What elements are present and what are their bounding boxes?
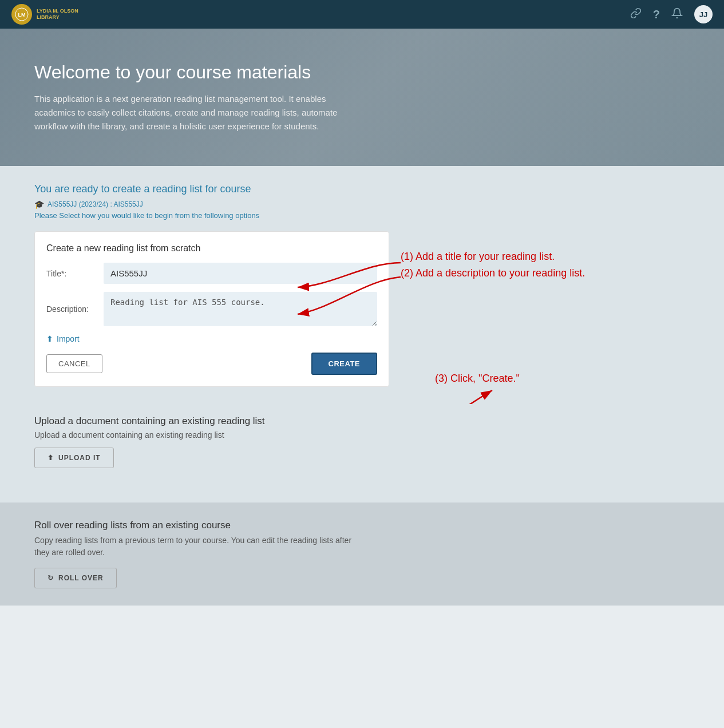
please-select-text: Please Select how you would like to begi… xyxy=(34,211,690,220)
navbar-icons: ? JJ xyxy=(630,5,713,23)
scratch-section: Create a new reading list from scratch T… xyxy=(34,231,389,387)
description-label: Description: xyxy=(46,304,104,314)
user-avatar[interactable]: JJ xyxy=(694,5,713,23)
help-icon[interactable]: ? xyxy=(653,8,660,21)
link-icon[interactable] xyxy=(630,7,642,22)
annotation-line2: (2) Add a description to your reading li… xyxy=(401,265,585,282)
course-info: 🎓 AIS555JJ (2023/24) : AIS555JJ xyxy=(34,200,690,209)
hero-description: This application is a next generation re… xyxy=(34,92,366,133)
scratch-heading: Create a new reading list from scratch xyxy=(46,243,377,254)
rollover-heading: Roll over reading lists from an existing… xyxy=(34,520,690,531)
main-content: You are ready to create a reading list f… xyxy=(0,166,724,503)
course-code: AIS555JJ (2023/24) : AIS555JJ xyxy=(48,200,143,208)
button-row: CANCEL CREATE xyxy=(46,353,377,375)
upload-button[interactable]: ⬆ UPLOAD IT xyxy=(34,448,114,468)
svg-text:LM: LM xyxy=(18,12,26,18)
logo: LM LYDIA M. OLSON LIBRARY xyxy=(11,4,78,25)
rollover-icon: ↻ xyxy=(48,574,54,582)
rollover-button[interactable]: ↻ ROLL OVER xyxy=(34,568,117,588)
upload-icon: ⬆ xyxy=(48,454,54,462)
description-input[interactable]: Reading list for AIS 555 course. xyxy=(104,292,377,326)
rollover-description: Copy reading lists from a previous term … xyxy=(34,535,366,559)
graduation-icon: 🎓 xyxy=(34,200,44,209)
import-icon: ⬆ xyxy=(46,334,53,343)
cancel-button[interactable]: CANCEL xyxy=(46,354,102,373)
logo-text: LYDIA M. OLSON LIBRARY xyxy=(37,8,78,21)
hero-title: Welcome to your course materials xyxy=(34,62,690,83)
logo-icon: LM xyxy=(11,4,32,25)
bell-icon[interactable] xyxy=(671,7,683,22)
ready-heading: You are ready to create a reading list f… xyxy=(34,183,690,195)
create-button[interactable]: CREATE xyxy=(311,353,377,375)
annotation-line1: (1) Add a title for your reading list. xyxy=(401,248,585,265)
upload-description: Upload a document containing an existing… xyxy=(34,430,389,440)
annotation-line3: (3) Click, "Create." xyxy=(435,370,520,387)
rollover-button-label: ROLL OVER xyxy=(58,574,104,582)
navbar: LM LYDIA M. OLSON LIBRARY ? JJ xyxy=(0,0,724,29)
title-label: Title*: xyxy=(46,269,104,278)
import-row[interactable]: ⬆ Import xyxy=(46,334,377,343)
import-label: Import xyxy=(57,334,80,343)
upload-heading: Upload a document containing an existing… xyxy=(34,416,389,427)
annotation-overlay: (1) Add a title for your reading list. (… xyxy=(401,248,585,282)
title-row: Title*: xyxy=(46,263,377,284)
hero-section: Welcome to your course materials This ap… xyxy=(0,29,724,166)
upload-section: Upload a document containing an existing… xyxy=(34,404,389,485)
title-input[interactable] xyxy=(104,263,377,284)
rollover-section: Roll over reading lists from an existing… xyxy=(0,503,724,606)
annotation-overlay-2: (3) Click, "Create." xyxy=(435,370,520,387)
upload-button-label: UPLOAD IT xyxy=(58,454,101,462)
description-row: Description: Reading list for AIS 555 co… xyxy=(46,292,377,326)
